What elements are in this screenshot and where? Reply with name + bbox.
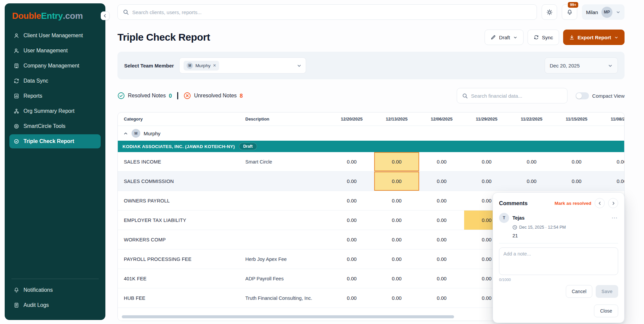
description-cell — [245, 172, 329, 191]
value-cell[interactable]: 0.00 — [419, 152, 464, 171]
check-circle-icon — [13, 138, 19, 144]
value-cell[interactable]: 0.00 — [329, 269, 374, 288]
value-cell[interactable]: 0.00 — [419, 191, 464, 210]
column-header-description: Description — [245, 112, 329, 126]
comment-item: T Tejas ⋯ — [499, 213, 618, 223]
sidebar-item-company-management[interactable]: Company Management — [9, 59, 101, 73]
building-icon — [13, 63, 19, 69]
column-header-date: 12/13/2025 — [374, 112, 419, 126]
save-button[interactable]: Save — [596, 285, 618, 298]
remove-chip-icon[interactable]: ✕ — [213, 63, 216, 67]
value-cell[interactable]: 0.00 — [419, 172, 464, 191]
value-cell[interactable]: 0.00 — [464, 152, 509, 171]
export-report-button[interactable]: Export Report — [563, 30, 625, 45]
financial-search[interactable] — [457, 88, 567, 103]
user-gear-icon — [13, 48, 19, 54]
value-cell[interactable]: 0.00 — [329, 249, 374, 269]
value-cell[interactable]: 0.00 — [374, 230, 419, 249]
sidebar-item-audit-logs[interactable]: Audit Logs — [9, 298, 101, 312]
value-cell[interactable]: 0.00 — [374, 211, 419, 230]
sidebar-item-notifications[interactable]: Notifications — [9, 283, 101, 297]
logo-part-2: Entry — [41, 11, 63, 21]
value-cell[interactable]: 0.00 — [329, 172, 374, 191]
value-cell[interactable]: 0.00 — [419, 230, 464, 249]
topbar: 99+ Milan MP — [117, 4, 625, 20]
comments-header: Comments Mark as resolved — [499, 198, 618, 208]
header-actions: Draft Sync Export Report — [485, 30, 625, 45]
value-cell[interactable]: 0.00 — [374, 249, 419, 269]
mark-as-resolved-link[interactable]: Mark as resolved — [554, 201, 591, 206]
comments-popover: Comments Mark as resolved T Tejas ⋯ Dec … — [493, 192, 625, 323]
value-cell[interactable]: 0.00 — [599, 152, 625, 171]
value-cell[interactable]: 0.00 — [419, 249, 464, 269]
description-cell: Herb Joy Apex Fee — [245, 249, 329, 269]
value-cell[interactable]: 0.00 — [374, 269, 419, 288]
sidebar-item-data-sync[interactable]: Data Sync — [9, 74, 101, 88]
pencil-icon — [491, 35, 496, 40]
global-search-input[interactable] — [132, 9, 532, 15]
global-search[interactable] — [117, 4, 537, 20]
sidebar-item-triple-check-report[interactable]: Triple Check Report — [9, 134, 101, 148]
description-cell: ADP Payroll Fees — [245, 269, 329, 288]
selected-member-chip: M Murphy ✕ — [184, 61, 219, 71]
sidebar-item-client-user-management[interactable]: Client User Management — [9, 29, 101, 43]
value-cell[interactable]: 0.00 — [509, 172, 554, 191]
date-select[interactable]: Dec 20, 2025 — [545, 57, 618, 74]
value-cell[interactable]: 0.00 — [329, 230, 374, 249]
sidebar-item-user-management[interactable]: User Management — [9, 44, 101, 58]
sidebar-item-reports[interactable]: Reports — [9, 89, 101, 103]
value-cell[interactable]: 0.00 — [419, 269, 464, 288]
description-cell — [245, 211, 329, 230]
value-cell[interactable]: 0.00 — [374, 152, 419, 171]
value-cell[interactable] — [419, 308, 464, 321]
next-comment-button[interactable] — [608, 198, 618, 208]
user-menu[interactable]: Milan MP — [582, 4, 625, 20]
cancel-button[interactable]: Cancel — [566, 285, 593, 298]
horizontal-scrollbar[interactable] — [122, 315, 454, 318]
category-cell — [118, 308, 245, 321]
sidebar-item-label: Data Sync — [23, 78, 48, 84]
toggle-knob — [576, 93, 582, 99]
financial-search-input[interactable] — [471, 93, 562, 99]
value-cell[interactable]: 0.00 — [374, 191, 419, 210]
value-cell[interactable]: 0.00 — [329, 288, 374, 308]
avatar: MP — [601, 7, 612, 18]
logo-part-1: Double — [12, 11, 41, 21]
column-header-date: 11/15/2025 — [554, 112, 599, 126]
sidebar-item-org-summary-report[interactable]: Org Summary Report — [9, 104, 101, 118]
previous-comment-button[interactable] — [595, 198, 605, 208]
compact-view-toggle[interactable] — [576, 92, 589, 99]
report-icon — [13, 93, 19, 99]
value-cell[interactable]: 0.00 — [419, 211, 464, 230]
value-cell[interactable] — [374, 308, 419, 321]
close-button[interactable]: Close — [594, 305, 618, 317]
popover-divider — [499, 243, 618, 243]
value-cell[interactable]: 0.00 — [464, 172, 509, 191]
value-cell[interactable]: 0.00 — [554, 172, 599, 191]
value-cell[interactable]: 0.00 — [509, 152, 554, 171]
check-circle-icon — [117, 92, 125, 99]
value-cell[interactable]: 0.00 — [329, 211, 374, 230]
value-cell[interactable]: 0.00 — [329, 191, 374, 210]
value-cell[interactable]: 0.00 — [554, 152, 599, 171]
value-cell[interactable]: 0.00 — [599, 172, 625, 191]
value-cell[interactable]: 0.00 — [374, 172, 419, 191]
notifications-button[interactable]: 99+ — [562, 4, 577, 20]
sidebar-item-smartcircle-tools[interactable]: SmartCircle Tools — [9, 119, 101, 133]
table-row: SALES COMMISSION0.000.000.000.000.000.00… — [118, 172, 625, 191]
value-cell[interactable]: 0.00 — [329, 152, 374, 171]
category-cell: EMPLOYER TAX LIABILITY — [118, 211, 245, 230]
team-member-select[interactable]: M Murphy ✕ — [179, 57, 306, 74]
comment-meta: Dec 15, 2025 · 12:54 PM — [512, 225, 618, 230]
value-cell[interactable] — [329, 308, 374, 321]
sync-button[interactable]: Sync — [528, 30, 559, 45]
value-cell[interactable]: 0.00 — [374, 288, 419, 308]
chevron-up-icon[interactable] — [123, 131, 128, 136]
ellipsis-menu-icon[interactable]: ⋯ — [611, 215, 618, 221]
draft-status-button[interactable]: Draft — [485, 30, 524, 45]
chevron-down-icon — [608, 63, 613, 68]
draft-button-label: Draft — [499, 35, 510, 40]
note-textarea[interactable] — [499, 247, 618, 275]
value-cell[interactable]: 0.00 — [419, 288, 464, 308]
theme-toggle-button[interactable] — [542, 4, 557, 20]
